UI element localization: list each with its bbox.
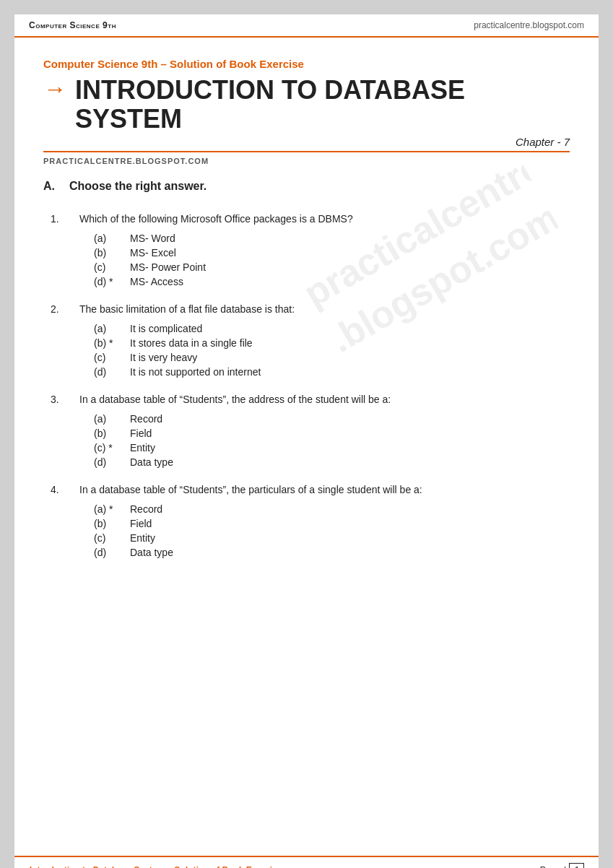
options-list-4: (a) *Record(b)Field(c)Entity(d)Data type — [51, 503, 570, 558]
footer-right: Page | 1 — [539, 863, 584, 868]
option-row-3-3: (c) *Entity — [94, 442, 570, 453]
option-row-3-2: (b)Field — [94, 428, 570, 439]
option-text: It is not supported on internet — [130, 366, 261, 378]
section-title: Choose the right answer. — [69, 180, 206, 193]
option-label: (a) * — [94, 503, 130, 515]
question-text-1: Which of the following Microsoft Office … — [79, 212, 353, 227]
options-list-2: (a)It is complicated(b) *It stores data … — [51, 323, 570, 378]
page-footer: Introduction to Database System – Soluti… — [14, 856, 599, 868]
options-list-1: (a)MS- Word(b)MS- Excel(c)MS- Power Poin… — [51, 233, 570, 287]
arrow-icon: → — [43, 77, 66, 100]
chapter-label: Chapter - 7 — [516, 136, 570, 148]
question-num-3: 3. — [51, 394, 79, 405]
option-row-2-1: (a)It is complicated — [94, 323, 570, 334]
option-text: It stores data in a single file — [130, 337, 253, 349]
option-text: It is complicated — [130, 323, 202, 334]
option-row-4-4: (d)Data type — [94, 547, 570, 558]
option-row-1-2: (b)MS- Excel — [94, 247, 570, 259]
option-label: (a) — [94, 323, 130, 334]
option-label: (d) — [94, 547, 130, 558]
main-title-block: → INTRODUCTION TO DATABASE SYSTEM — [43, 76, 570, 133]
section-a: A. Choose the right answer. 1.Which of t… — [43, 180, 570, 558]
question-row-3: 3.In a database table of “Students”, the… — [51, 392, 570, 407]
option-row-3-1: (a)Record — [94, 413, 570, 425]
option-text: Record — [130, 413, 162, 425]
option-row-2-3: (c)It is very heavy — [94, 352, 570, 363]
option-text: Record — [130, 503, 162, 515]
title-line1: INTRODUCTION TO DATABASE — [75, 76, 465, 105]
option-row-4-1: (a) *Record — [94, 503, 570, 515]
option-row-3-4: (d)Data type — [94, 456, 570, 468]
option-text: MS- Excel — [130, 247, 176, 259]
option-row-1-4: (d) *MS- Access — [94, 276, 570, 287]
option-row-2-4: (d)It is not supported on internet — [94, 366, 570, 378]
question-row-4: 4.In a database table of “Students”, the… — [51, 482, 570, 498]
option-row-1-3: (c)MS- Power Point — [94, 261, 570, 273]
question-text-2: The basic limitation of a flat file data… — [79, 302, 295, 317]
option-text: MS- Power Point — [130, 261, 206, 273]
section-header: A. Choose the right answer. — [43, 180, 570, 201]
option-label: (d) — [94, 456, 130, 468]
option-row-4-3: (c)Entity — [94, 532, 570, 544]
option-text: Entity — [130, 532, 155, 544]
option-label: (a) — [94, 233, 130, 244]
question-3: 3.In a database table of “Students”, the… — [43, 392, 570, 468]
option-label: (a) — [94, 413, 130, 425]
question-1: 1.Which of the following Microsoft Offic… — [43, 212, 570, 287]
option-text: MS- Word — [130, 233, 175, 244]
site-label: PRACTICALCENTRE.BLOGSPOT.COM — [43, 157, 570, 165]
question-2: 2.The basic limitation of a flat file da… — [43, 302, 570, 378]
page-number: 1 — [569, 863, 584, 868]
question-num-4: 4. — [51, 484, 79, 495]
option-label: (c) * — [94, 442, 130, 453]
question-4: 4.In a database table of “Students”, the… — [43, 482, 570, 558]
option-label: (b) — [94, 428, 130, 439]
option-label: (c) — [94, 532, 130, 544]
question-row-1: 1.Which of the following Microsoft Offic… — [51, 212, 570, 227]
option-label: (d) * — [94, 276, 130, 287]
option-row-1-1: (a)MS- Word — [94, 233, 570, 244]
option-row-2-2: (b) *It stores data in a single file — [94, 337, 570, 349]
options-list-3: (a)Record(b)Field(c) *Entity(d)Data type — [51, 413, 570, 468]
header-title: Computer Science 9th — [29, 20, 116, 30]
footer-left: Introduction to Database System – Soluti… — [29, 865, 281, 869]
question-num-2: 2. — [51, 303, 79, 315]
question-row-2: 2.The basic limitation of a flat file da… — [51, 302, 570, 317]
option-text: Entity — [130, 442, 155, 453]
option-text: Field — [130, 428, 152, 439]
option-label: (c) — [94, 261, 130, 273]
header-website: practicalcentre.blogspot.com — [474, 20, 584, 30]
option-text: Data type — [130, 456, 173, 468]
question-text-3: In a database table of “Students”, the a… — [79, 392, 391, 407]
question-num-1: 1. — [51, 213, 79, 225]
page-header: Computer Science 9th practicalcentre.blo… — [14, 14, 599, 38]
questions-container: 1.Which of the following Microsoft Offic… — [43, 212, 570, 558]
option-row-4-2: (b)Field — [94, 518, 570, 529]
option-label: (c) — [94, 352, 130, 363]
question-text-4: In a database table of “Students”, the p… — [79, 482, 422, 498]
option-label: (b) — [94, 518, 130, 529]
option-text: MS- Access — [130, 276, 183, 287]
option-text: Field — [130, 518, 152, 529]
option-text: It is very heavy — [130, 352, 197, 363]
option-label: (b) * — [94, 337, 130, 349]
chapter-row: Chapter - 7 — [43, 136, 570, 152]
subtitle: Computer Science 9th – Solution of Book … — [43, 58, 570, 70]
option-label: (b) — [94, 247, 130, 259]
page-content: Computer Science 9th – Solution of Book … — [14, 38, 599, 856]
page: Computer Science 9th practicalcentre.blo… — [14, 14, 599, 868]
title-line2: SYSTEM — [75, 105, 465, 134]
section-letter: A. — [43, 180, 55, 193]
option-text: Data type — [130, 547, 173, 558]
option-label: (d) — [94, 366, 130, 378]
